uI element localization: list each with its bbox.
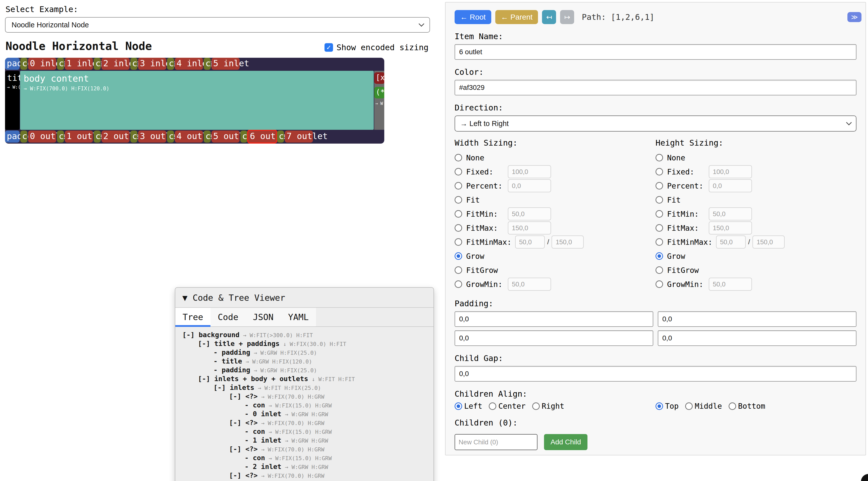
body-box[interactable]: body content→ W:FIX(700.0) H:FIX(120.0)	[20, 71, 374, 130]
width-sizing-fitminmax-input1[interactable]: 50,0	[515, 235, 545, 249]
tree-node-row[interactable]: [-] inlets + body + outlets↓ W:FIT H:FIT	[175, 375, 434, 384]
width-sizing-radio-fitgrow[interactable]	[455, 266, 462, 274]
tree-node-row[interactable]: [-] background→ W:FIT(>300.0) H:FIT	[175, 331, 434, 340]
tab-yaml[interactable]: YAML	[281, 308, 316, 326]
v-align-radio-bottom[interactable]	[728, 403, 736, 410]
con-box[interactable]: con→ W:FIX	[130, 131, 137, 143]
tab-code[interactable]: Code	[211, 308, 246, 326]
tree-node-row[interactable]: - title→ W:GRW H:FIX(120.0)	[175, 357, 434, 366]
item-name-input[interactable]	[455, 44, 857, 60]
height-sizing-radio-fitminmax[interactable]	[655, 238, 663, 246]
v-align-radio-middle[interactable]	[685, 403, 693, 410]
v-align-radio-top[interactable]	[655, 403, 663, 410]
height-sizing-fitmin-input1[interactable]: 50,0	[709, 207, 752, 220]
direction-select[interactable]: → Left to Right	[455, 116, 857, 132]
tree-node-row[interactable]: - con→ W:FIX(15.0) H:GRW	[175, 401, 434, 410]
height-sizing-fitminmax-input2[interactable]: 150,0	[752, 235, 785, 249]
title-box[interactable]: tit→ W:(	[5, 71, 20, 130]
height-sizing-radio-fitmax[interactable]	[655, 224, 663, 232]
outlet-box[interactable]: 7 outlet→ W:GRW H:GRW (0)GRW GRW	[285, 131, 313, 143]
next-sibling-button[interactable]: ↦	[560, 10, 574, 24]
outlet-box[interactable]: 2 outlet→ W:GRW H:GRW	[101, 131, 130, 143]
tree-node-row[interactable]: - con→ W:FIX(15.0) H:GRW	[175, 454, 434, 463]
width-sizing-radio-percent[interactable]	[455, 182, 462, 190]
pad-box[interactable]: pad→ W:	[5, 131, 20, 143]
width-sizing-radio-fitminmax[interactable]	[455, 238, 462, 246]
height-sizing-radio-percent[interactable]	[655, 182, 663, 190]
height-sizing-fitmax-input1[interactable]: 150,0	[709, 221, 752, 234]
outlet-box[interactable]: 4 outlet→ W:GRW H:GRW	[175, 131, 203, 143]
outlet-box[interactable]: 3 outlet→ W:GRW H:GRW	[138, 131, 166, 143]
star-box[interactable]: (*	[374, 87, 384, 98]
width-sizing-radio-grow[interactable]	[455, 252, 462, 260]
outlet-box[interactable]: 0 outlet→ W:GRW H:GRW	[28, 131, 56, 143]
tree-node-row[interactable]: - padding→ W:GRW H:FIX(25.0)	[175, 348, 434, 357]
tab-tree[interactable]: Tree	[175, 308, 211, 326]
padding-input-3[interactable]	[455, 330, 653, 346]
prev-sibling-button[interactable]: ↤	[542, 10, 556, 24]
width-sizing-radio-growmin[interactable]	[455, 281, 462, 288]
padding-input-2[interactable]	[658, 311, 857, 327]
example-select[interactable]: Noodle Horizontal Node	[5, 17, 430, 33]
con-box[interactable]: con→ W:FIX	[57, 131, 64, 143]
con-box[interactable]: con→ W:FIX	[240, 131, 247, 143]
width-sizing-radio-fit[interactable]	[455, 196, 462, 203]
tree-node-row[interactable]: [-] <?>→ W:FIX(70.0) H:GRW	[175, 419, 434, 427]
height-sizing-radio-fit[interactable]	[655, 196, 663, 203]
width-sizing-radio-none[interactable]	[455, 154, 462, 161]
tree-node-row[interactable]: [-] <?>→ W:FIX(70.0) H:GRW	[175, 445, 434, 454]
add-child-button[interactable]: Add Child	[544, 434, 587, 450]
outlet-box[interactable]: 1 outlet→ W:GRW H:GRW	[65, 131, 93, 143]
width-sizing-radio-fitmax[interactable]	[455, 224, 462, 232]
h-align-radio-left[interactable]	[455, 403, 462, 410]
height-sizing-radio-fitgrow[interactable]	[655, 266, 663, 274]
tree-node-row[interactable]: - 2 inlet→ W:GRW H:GRW	[175, 463, 434, 472]
width-sizing-radio-fitmin[interactable]	[455, 210, 462, 218]
padding-input-1[interactable]	[455, 311, 653, 327]
width-sizing-percent-input1[interactable]: 0,0	[508, 179, 551, 192]
tree-node-row[interactable]: [-] <?>→ W:FIX(70.0) H:GRW	[175, 472, 434, 480]
new-child-input[interactable]	[455, 434, 537, 450]
width-sizing-fitminmax-input2[interactable]: 150,0	[552, 235, 584, 249]
height-sizing-radio-none[interactable]	[655, 154, 663, 161]
width-sizing-radio-fixed[interactable]	[455, 168, 462, 175]
con-box[interactable]: con→ W:FIX	[204, 131, 211, 143]
con-box[interactable]: con→ W:FIX	[167, 131, 174, 143]
tree-node-row[interactable]: [-] <?>→ W:FIX(70.0) H:GRW	[175, 392, 434, 401]
height-sizing-fitminmax-input1[interactable]: 50,0	[716, 235, 746, 249]
height-sizing-radio-fixed[interactable]	[655, 168, 663, 175]
h-align-radio-right[interactable]	[532, 403, 540, 410]
tab-json[interactable]: JSON	[246, 308, 281, 326]
outlet-box[interactable]: 6 outlet→ W:GRW H:GRW	[248, 131, 276, 143]
parent-button[interactable]: ← Parent	[495, 10, 538, 24]
tree-node-row[interactable]: - con→ W:FIX(15.0) H:GRW	[175, 427, 434, 436]
width-sizing-fitmax-input1[interactable]: 150,0	[508, 221, 551, 234]
tree-node-row[interactable]: - padding→ W:GRW H:FIX(25.0)	[175, 366, 434, 375]
padding-input-4[interactable]	[658, 330, 857, 346]
height-sizing-radio-growmin[interactable]	[655, 281, 663, 288]
collapse-panel-button[interactable]: ≫	[847, 12, 862, 22]
tree-node-row[interactable]: [-] inlets→ W:FIT H:FIX(25.0)	[175, 384, 434, 392]
height-sizing-percent-input1[interactable]: 0,0	[709, 179, 752, 192]
tree-node-row[interactable]: - 1 inlet→ W:GRW H:GRW	[175, 436, 434, 445]
h-align-radio-center[interactable]	[489, 403, 496, 410]
width-sizing-fitmin-input1[interactable]: 50,0	[508, 207, 551, 220]
width-sizing-growmin-input1[interactable]: 50,0	[508, 278, 551, 291]
height-sizing-radio-fitmin[interactable]	[655, 210, 663, 218]
height-sizing-growmin-input1[interactable]: 50,0	[709, 278, 752, 291]
con-box[interactable]: con→ W:FIX	[277, 131, 284, 143]
root-button[interactable]: ← Root	[455, 10, 491, 24]
con-box[interactable]: con→ W:FIX	[20, 131, 27, 143]
tree-node-row[interactable]: [-] title + paddings↓ W:FIX(30.0) H:FIT	[175, 340, 434, 348]
show-encoded-sizing-checkbox[interactable]: ✓	[324, 43, 333, 52]
outlet-box[interactable]: 5 outlet→ W:GRW H:GRW	[212, 131, 240, 143]
color-input[interactable]	[455, 80, 857, 95]
con-box[interactable]: con→ W:FIX	[94, 131, 101, 143]
viewer-title[interactable]: ▼ Code & Tree Viewer	[175, 288, 434, 308]
child-gap-input[interactable]	[455, 366, 857, 382]
tree-node-row[interactable]: - 0 inlet→ W:GRW H:GRW	[175, 410, 434, 419]
height-sizing-fixed-input1[interactable]: 100,0	[709, 165, 752, 178]
close-box[interactable]: [x	[374, 72, 384, 84]
width-sizing-fixed-input1[interactable]: 100,0	[508, 165, 551, 178]
height-sizing-radio-grow[interactable]	[655, 252, 663, 260]
